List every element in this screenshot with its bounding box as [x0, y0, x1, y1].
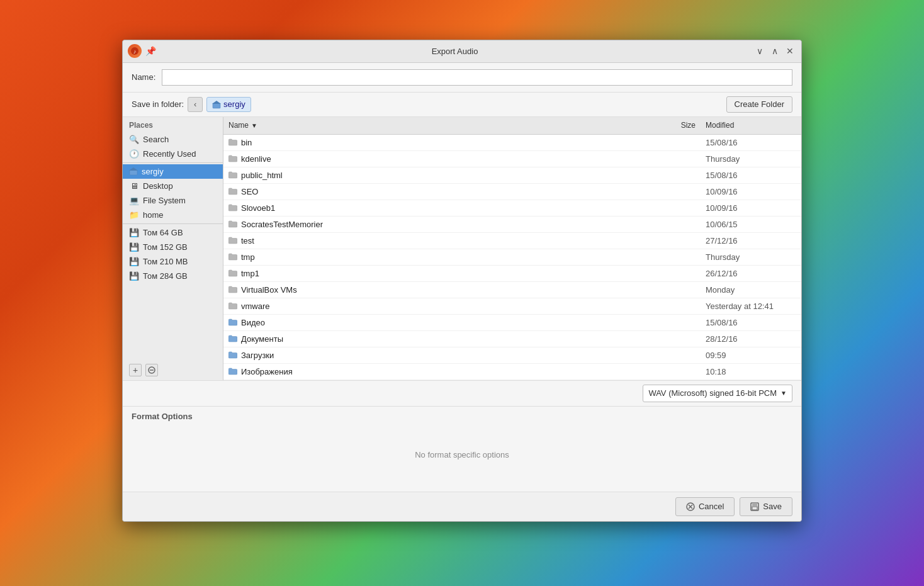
file-row[interactable]: public_html 15/08/16: [223, 167, 801, 184]
file-name: Видео: [241, 318, 265, 327]
minimize-button[interactable]: ∨: [753, 45, 766, 57]
drive-210-icon: 💾: [129, 257, 139, 266]
file-row[interactable]: Документы 28/12/16: [223, 331, 801, 347]
sidebar-item-recently-used[interactable]: 🕐 Recently Used: [123, 147, 223, 161]
places-header: Places: [123, 117, 223, 132]
drive-64-icon: 💾: [129, 228, 139, 237]
folder-icon: [228, 155, 237, 162]
file-row[interactable]: VirtualBox VMs Monday: [223, 282, 801, 298]
title-bar-controls: ∨ ∧ ✕: [753, 45, 796, 57]
file-cell-name: Загрузки: [223, 351, 663, 360]
folder-icon: [228, 368, 237, 375]
create-folder-button[interactable]: Create Folder: [726, 96, 792, 113]
file-row[interactable]: Загрузки 09:59: [223, 347, 801, 364]
column-name[interactable]: Name ▼: [223, 121, 663, 130]
file-row[interactable]: SocratesTestMemorier 10/06/15: [223, 217, 801, 233]
file-name: vmware: [241, 301, 270, 311]
close-button[interactable]: ✕: [784, 45, 796, 57]
file-row[interactable]: test 27/12/16: [223, 233, 801, 249]
file-cell-name: kdenlive: [223, 154, 663, 164]
file-cell-modified: 10/09/16: [701, 187, 801, 196]
file-cell-modified: 15/08/16: [701, 171, 801, 180]
file-row[interactable]: Изображения 10:18: [223, 364, 801, 380]
file-name: Документы: [241, 334, 283, 344]
current-folder-button[interactable]: sergiy: [206, 97, 251, 112]
file-name: tmp: [241, 252, 255, 262]
file-cell-name: tmp1: [223, 269, 663, 278]
sidebar: Places 🔍 Search 🕐 Recently Used sergiy: [123, 117, 223, 380]
file-name: tmp1: [241, 269, 259, 278]
sidebar-item-tom152[interactable]: 💾 Том 152 GB: [123, 240, 223, 254]
column-size-label: Size: [681, 121, 696, 130]
file-cell-modified: 27/12/16: [701, 236, 801, 245]
sidebar-add-row: +: [123, 360, 223, 380]
file-row[interactable]: tmp Thursday: [223, 249, 801, 266]
title-bar: ♪ 📌 Export Audio ∨ ∧ ✕: [123, 40, 801, 63]
sidebar-item-tom64[interactable]: 💾 Том 64 GB: [123, 225, 223, 240]
filesystem-icon: 💻: [129, 196, 139, 205]
sidebar-item-filesystem[interactable]: 💻 File System: [123, 193, 223, 208]
file-row[interactable]: vmware Yesterday at 12:41: [223, 298, 801, 315]
cancel-button[interactable]: Cancel: [675, 497, 735, 516]
pin-icon[interactable]: 📌: [145, 46, 156, 56]
file-row[interactable]: SEO 10/09/16: [223, 184, 801, 200]
file-name: Изображения: [241, 367, 293, 376]
svg-marker-3: [212, 101, 221, 104]
sidebar-tom64-label: Том 64 GB: [143, 228, 183, 237]
sidebar-item-home[interactable]: 📁 home: [123, 208, 223, 222]
sidebar-sergiy-label: sergiy: [142, 167, 164, 176]
maximize-button[interactable]: ∧: [769, 45, 781, 57]
add-bookmark-button[interactable]: +: [129, 364, 142, 376]
format-label: WAV (Microsoft) signed 16-bit PCM: [648, 388, 777, 398]
sidebar-search-label: Search: [143, 135, 169, 144]
file-cell-name: tmp: [223, 252, 663, 262]
sidebar-tom152-label: Том 152 GB: [143, 242, 188, 252]
file-row[interactable]: bin 15/08/16: [223, 135, 801, 151]
column-name-label: Name: [228, 121, 249, 130]
folder-icon: [228, 335, 237, 342]
title-bar-left: ♪ 📌: [128, 44, 156, 58]
sort-icon: ▼: [251, 122, 257, 129]
svg-rect-4: [130, 170, 137, 175]
home-folder-icon: 📁: [129, 210, 139, 220]
file-cell-modified: Thursday: [701, 252, 801, 262]
svg-rect-12: [752, 503, 757, 506]
file-list-scroll[interactable]: bin 15/08/16 kdenlive Thursday public_ht…: [223, 135, 801, 380]
name-input[interactable]: [162, 69, 792, 86]
file-row[interactable]: Slovoeb1 10/09/16: [223, 200, 801, 217]
format-options-section: Format Options No format specific option…: [123, 406, 801, 492]
column-modified-label: Modified: [706, 121, 734, 130]
save-in-folder-label: Save in folder:: [132, 99, 184, 109]
file-cell-name: Видео: [223, 318, 663, 327]
save-button[interactable]: Save: [740, 497, 792, 516]
column-size[interactable]: Size: [663, 121, 701, 130]
sidebar-item-desktop[interactable]: 🖥 Desktop: [123, 179, 223, 193]
search-icon: 🔍: [129, 135, 139, 144]
file-row[interactable]: Видео 15/08/16: [223, 315, 801, 331]
svg-rect-2: [213, 103, 220, 108]
back-button[interactable]: ‹: [188, 97, 203, 112]
sidebar-item-sergiy[interactable]: sergiy: [123, 164, 223, 179]
sidebar-item-search[interactable]: 🔍 Search: [123, 132, 223, 147]
sidebar-item-tom210[interactable]: 💾 Том 210 MB: [123, 254, 223, 269]
remove-icon: [148, 366, 155, 374]
sidebar-tom210-label: Том 210 MB: [143, 257, 188, 266]
file-row[interactable]: kdenlive Thursday: [223, 151, 801, 167]
app-icon-svg: ♪: [130, 47, 139, 55]
folder-icon: [228, 138, 237, 146]
file-name: Slovoeb1: [241, 203, 275, 213]
file-cell-name: Документы: [223, 334, 663, 344]
file-cell-name: VirtualBox VMs: [223, 285, 663, 295]
svg-text:♪: ♪: [133, 48, 137, 55]
remove-bookmark-button[interactable]: [145, 364, 158, 376]
format-select[interactable]: WAV (Microsoft) signed 16-bit PCM ▼: [643, 385, 792, 402]
file-row[interactable]: tmp1 26/12/16: [223, 266, 801, 282]
format-options-label: Format Options: [132, 412, 792, 421]
file-cell-name: public_html: [223, 171, 663, 180]
file-name: bin: [241, 138, 252, 147]
column-modified[interactable]: Modified: [701, 121, 801, 130]
sidebar-item-tom284[interactable]: 💾 Том 284 GB: [123, 269, 223, 283]
file-cell-name: bin: [223, 138, 663, 147]
drive-284-icon: 💾: [129, 271, 139, 281]
file-cell-name: Slovoeb1: [223, 203, 663, 213]
